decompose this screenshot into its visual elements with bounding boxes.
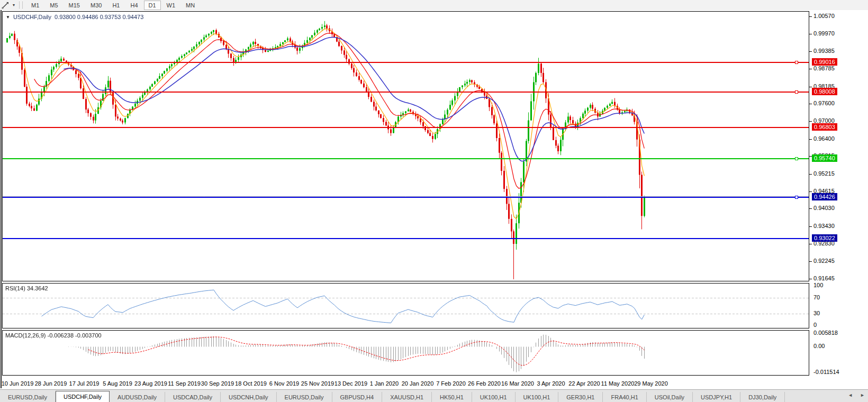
- timeframe-button-m1[interactable]: M1: [26, 1, 44, 10]
- date-axis-label: 7 Feb 2020: [436, 380, 466, 387]
- timeframe-button-mn[interactable]: MN: [181, 1, 200, 10]
- macd-axis-label: 0.00: [813, 343, 825, 349]
- date-axis-label: 17 Jul 2019: [69, 380, 100, 387]
- macd-panel: MACD(12,26,9) -0.006238 -0.003700: [2, 330, 809, 376]
- timeframe-button-m5[interactable]: M5: [45, 1, 62, 10]
- chart-tab-usdcad-daily[interactable]: USDCAD,Daily: [165, 392, 221, 402]
- rsi-canvas[interactable]: [3, 284, 809, 328]
- chart-tab-uk100-h1[interactable]: UK100,H1: [516, 392, 559, 402]
- price-axis-tickmark: [809, 174, 812, 175]
- price-axis-tickmark: [809, 104, 812, 104]
- price-axis-tickmark: [809, 16, 812, 17]
- price-axis-tickmark: [809, 34, 812, 34]
- date-axis-label: 11 May 2020: [601, 380, 635, 387]
- chart-tab-uk100-h1[interactable]: UK100,H1: [472, 392, 516, 402]
- price-axis-tickmark: [809, 191, 812, 192]
- price-chart-canvas[interactable]: [3, 12, 809, 281]
- price-axis-tickmark: [809, 261, 812, 262]
- one-click-collapse-icon[interactable]: ▼: [6, 15, 10, 20]
- rsi-axis: 10070300: [809, 283, 868, 328]
- chart-tab-usdjpy-h1[interactable]: USDJPY,H1: [693, 392, 740, 402]
- date-axis-label: 18 Oct 2019: [235, 380, 267, 387]
- chart-tab-fra40-h1[interactable]: FRA40,H1: [603, 392, 646, 402]
- level-price-box: 0.99016: [812, 58, 837, 66]
- timeframe-button-h4[interactable]: H4: [125, 1, 142, 10]
- price-axis-label: 0.99385: [813, 48, 835, 54]
- macd-axis-label: -0.011514: [813, 369, 839, 375]
- price-axis-label: 0.99970: [813, 30, 835, 36]
- chart-tab-ger30-h1[interactable]: GER30,H1: [558, 392, 603, 402]
- macd-axis: 0.0058180.00-0.011514: [809, 330, 868, 376]
- timeframe-button-w1[interactable]: W1: [162, 1, 180, 10]
- macd-canvas[interactable]: [3, 331, 809, 375]
- date-axis-label: 5 Aug 2019: [103, 380, 132, 387]
- chart-tab-usdcnh-daily[interactable]: USDCNH,Daily: [221, 392, 277, 402]
- date-axis-label: 28 Jun 2019: [35, 380, 67, 387]
- date-axis-label: 30 Sep 2019: [201, 380, 234, 387]
- price-chart-panel: ▼ USDCHF,Daily 0.93800 0.94486 0.93753 0…: [2, 11, 809, 281]
- date-axis-label: 11 Sep 2019: [168, 380, 201, 387]
- chart-tab-xauusd-h1[interactable]: XAUUSD,H1: [382, 392, 432, 402]
- timeframe-button-h1[interactable]: H1: [107, 1, 124, 10]
- rsi-axis-label: 30: [813, 310, 820, 316]
- tab-scroll-left-icon[interactable]: ◄: [848, 392, 853, 398]
- price-axis-label: 0.94030: [813, 205, 835, 211]
- price-axis-label: 0.98785: [813, 65, 835, 71]
- date-axis-label: 1 Jan 2020: [370, 380, 399, 387]
- date-axis-label: 23 Aug 2019: [134, 380, 167, 387]
- chart-ohlc-values: 0.93800 0.94486 0.93753 0.94473: [55, 14, 143, 20]
- date-axis-label: 26 Feb 2020: [468, 380, 501, 387]
- macd-axis-label: 0.005818: [813, 330, 838, 336]
- chart-tab-eurusd-daily[interactable]: EURUSD,Daily: [277, 392, 332, 402]
- timeframe-button-m15[interactable]: M15: [64, 1, 85, 10]
- chart-tab-hk50-h1[interactable]: HK50,H1: [432, 392, 472, 402]
- date-axis-label: 29 May 2020: [634, 380, 668, 387]
- chart-tab-usdchf-daily[interactable]: USDCHF,Daily: [56, 391, 110, 402]
- rsi-axis-label: 70: [813, 294, 820, 300]
- line-tool-icon[interactable]: [0, 1, 11, 10]
- date-axis-label: 3 Apr 2020: [537, 380, 565, 387]
- level-price-box: 0.98008: [812, 88, 837, 95]
- chart-toolbar: ▾ M1M5M15M30H1H4D1W1MN: [0, 0, 868, 11]
- rsi-label: RSI(14) 34.3642: [5, 285, 48, 291]
- window-left-edge: [1, 10, 2, 388]
- date-axis-label: 25 Nov 2019: [301, 380, 334, 387]
- price-axis-label: 0.97600: [813, 100, 835, 106]
- date-axis-label: 6 Nov 2019: [269, 380, 299, 387]
- date-axis: 10 Jun 201928 Jun 201917 Jul 20195 Aug 2…: [2, 378, 809, 389]
- price-axis-tickmark: [809, 244, 812, 244]
- chart-tab-audusd-daily[interactable]: AUDUSD,Daily: [110, 392, 165, 402]
- price-axis-tickmark: [809, 121, 812, 122]
- chart-tab-eurusd-daily[interactable]: EURUSD,Daily: [0, 392, 56, 402]
- tab-scroll-arrows: ◄ ►: [848, 392, 865, 398]
- symbol-tab-bar: EURUSD,DailyUSDCHF,DailyAUDUSD,DailyUSDC…: [0, 389, 868, 402]
- rsi-axis-label: 100: [813, 282, 823, 288]
- timeframe-button-m30[interactable]: M30: [86, 1, 106, 10]
- chart-tab-dj30-daily[interactable]: DJ30,Daily: [740, 392, 785, 402]
- price-axis-label: 0.92245: [813, 258, 835, 264]
- timeframe-button-d1[interactable]: D1: [144, 1, 161, 10]
- line-tool-caret-icon[interactable]: ▾: [11, 3, 17, 7]
- rsi-panel: RSI(14) 34.3642: [2, 283, 809, 328]
- price-axis-label: 0.96400: [813, 135, 835, 142]
- price-axis-label: 0.95215: [813, 170, 835, 177]
- level-price-box: 0.94426: [812, 193, 837, 200]
- level-price-box: 0.96803: [812, 123, 837, 131]
- chart-symbol-title: USDCHF,Daily: [13, 14, 51, 20]
- price-axis-tickmark: [809, 279, 812, 279]
- price-axis-label: 0.91645: [813, 275, 835, 281]
- toolbar-grip: [19, 2, 23, 8]
- chart-tab-usoil-daily[interactable]: USOil,Daily: [647, 392, 693, 402]
- level-price-box: 0.93022: [812, 234, 837, 242]
- price-axis-label: 0.93430: [813, 223, 835, 229]
- date-axis-label: 13 Dec 2019: [334, 380, 367, 387]
- date-axis-label: 16 Mar 2020: [501, 380, 534, 387]
- price-axis-label: 1.00570: [813, 13, 835, 19]
- price-axis-tickmark: [809, 208, 812, 209]
- price-axis-tickmark: [809, 139, 812, 140]
- chart-tab-gbpusd-h4[interactable]: GBPUSD,H4: [332, 392, 383, 402]
- trading-platform-window: ▾ M1M5M15M30H1H4D1W1MN ▼ USDCHF,Daily 0.…: [0, 0, 868, 402]
- chart-title-bar: ▼ USDCHF,Daily 0.93800 0.94486 0.93753 0…: [6, 14, 143, 20]
- tab-scroll-right-icon[interactable]: ►: [860, 392, 865, 398]
- price-axis: 1.005700.999700.993850.987850.981850.976…: [809, 11, 868, 281]
